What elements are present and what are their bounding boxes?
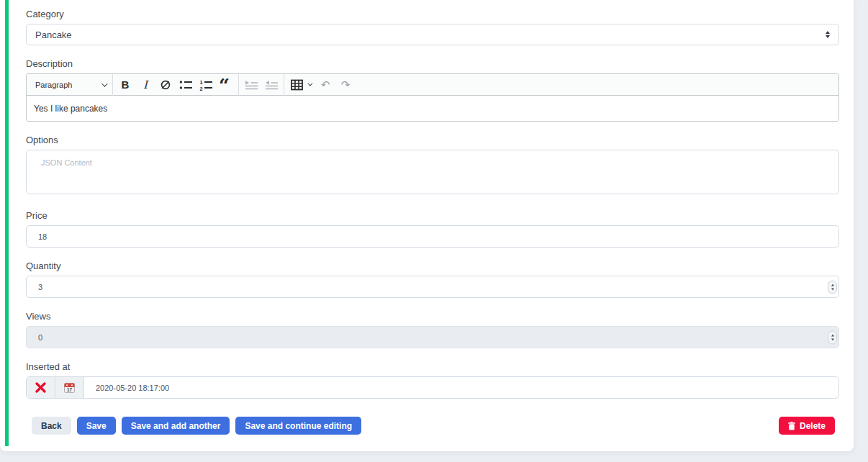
paragraph-style-dropdown[interactable]: Paragraph (31, 76, 110, 94)
category-label: Category (26, 9, 839, 19)
quantity-stepper[interactable] (828, 280, 837, 294)
italic-button[interactable]: I (135, 76, 155, 94)
views-input (26, 326, 839, 348)
description-label: Description (26, 58, 839, 69)
block-quote-button[interactable]: “ (216, 76, 236, 94)
redo-icon: ↷ (341, 78, 351, 91)
rich-text-editor: Paragraph B I (26, 73, 839, 122)
accent-bar (5, 0, 9, 446)
numbered-list-button[interactable]: 1 2 (196, 76, 216, 94)
stepper-down-icon (831, 288, 834, 290)
inserted-at-input[interactable] (84, 377, 838, 398)
category-select[interactable]: Pancake (26, 24, 839, 45)
delete-button-label: Delete (800, 421, 826, 431)
link-button[interactable] (155, 76, 176, 94)
editor-text: Yes I like pancakes (34, 104, 107, 114)
chevron-down-icon (101, 81, 107, 86)
quantity-input[interactable] (26, 276, 839, 298)
svg-text:17: 17 (67, 386, 73, 391)
clear-date-button[interactable] (27, 377, 55, 398)
save-button[interactable]: Save (77, 417, 116, 435)
quantity-label: Quantity (26, 261, 839, 271)
price-input[interactable] (26, 225, 839, 248)
edit-form: Category Pancake Description Paragraph B… (26, 0, 839, 435)
delete-button[interactable]: Delete (779, 417, 835, 435)
svg-text:1: 1 (200, 78, 203, 85)
paragraph-style-label: Paragraph (35, 81, 72, 89)
views-label: Views (26, 311, 839, 322)
insert-table-button[interactable] (286, 76, 315, 94)
options-textarea[interactable] (26, 150, 839, 194)
svg-text:2: 2 (200, 85, 203, 91)
italic-icon: I (143, 78, 148, 91)
form-card: Category Pancake Description Paragraph B… (0, 0, 854, 451)
outdent-button[interactable] (261, 76, 281, 94)
editor-content[interactable]: Yes I like pancakes (27, 96, 838, 121)
bulleted-list-icon (178, 78, 193, 91)
stepper-down-icon (831, 338, 834, 340)
svg-text:“: “ (219, 78, 230, 91)
options-label: Options (26, 135, 839, 145)
undo-button[interactable]: ↶ (315, 76, 335, 94)
form-actions: Back Save Save and add another Save and … (26, 417, 839, 435)
bold-icon: B (122, 78, 130, 91)
outdent-icon (264, 78, 279, 91)
chevron-down-icon (307, 81, 312, 86)
save-and-continue-editing-button[interactable]: Save and continue editing (235, 417, 361, 435)
trash-icon (788, 422, 795, 430)
views-stepper (828, 330, 837, 344)
undo-icon: ↶ (321, 78, 330, 91)
indent-button[interactable] (241, 76, 261, 94)
editor-toolbar: Paragraph B I (27, 74, 838, 96)
bold-button[interactable]: B (115, 76, 135, 94)
numbered-list-icon: 1 2 (199, 78, 213, 91)
clear-x-icon (35, 381, 47, 394)
datetime-picker-group: 17 (26, 376, 839, 399)
save-and-add-another-button[interactable]: Save and add another (122, 417, 230, 435)
stepper-up-icon (831, 334, 834, 336)
select-updown-icon (826, 31, 830, 38)
price-label: Price (26, 210, 839, 221)
calendar-button[interactable]: 17 (55, 377, 84, 398)
table-icon (291, 79, 303, 91)
back-button[interactable]: Back (32, 417, 71, 435)
link-icon (159, 78, 172, 91)
indent-icon (244, 78, 259, 91)
calendar-icon: 17 (63, 382, 76, 394)
redo-button[interactable]: ↷ (335, 76, 356, 94)
stepper-up-icon (831, 284, 834, 286)
bulleted-list-button[interactable] (176, 76, 196, 94)
category-selected-value: Pancake (35, 30, 72, 40)
inserted-at-label: Inserted at (26, 361, 839, 372)
block-quote-icon: “ (219, 78, 233, 91)
